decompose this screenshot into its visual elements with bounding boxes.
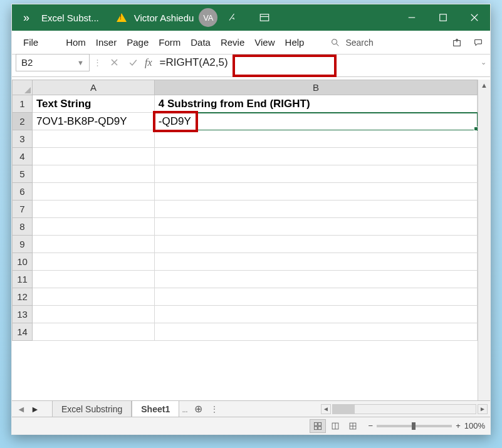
cell-A5[interactable] [32,165,154,183]
enter-formula-button[interactable] [123,54,142,71]
row-header-2[interactable]: 2 [13,113,33,130]
cell-B5[interactable] [154,165,477,183]
comments-button[interactable] [468,33,489,52]
svg-rect-11 [318,422,321,425]
cell-B9[interactable] [154,236,477,253]
row-header-13[interactable]: 13 [13,306,33,323]
tab-nav-next[interactable]: ► [28,404,42,414]
cell-B14[interactable] [154,323,477,341]
svg-rect-2 [440,14,447,21]
tell-me-search[interactable]: Search [327,38,377,48]
cell-A2[interactable]: 7OV1-BK8P-QD9Y [32,113,154,130]
horizontal-scrollbar[interactable]: ◄ ► [321,404,488,414]
cell-B10[interactable] [154,253,477,271]
zoom-out-button[interactable]: − [369,421,374,430]
cancel-formula-button[interactable] [105,54,123,71]
zoom-slider[interactable] [377,425,452,427]
cell-A13[interactable] [32,306,154,323]
cell-B11[interactable] [154,271,477,288]
cell-A4[interactable] [32,148,154,165]
zoom-control[interactable]: − + 100% [369,421,485,430]
row-header-3[interactable]: 3 [13,130,33,148]
row-header-7[interactable]: 7 [13,201,33,218]
cell-A1[interactable]: Text String [32,95,154,113]
zoom-level[interactable]: 100% [464,421,485,430]
view-normal-button[interactable] [310,419,326,433]
hscroll-left-icon[interactable]: ◄ [321,404,331,414]
row-header-4[interactable]: 4 [13,148,33,165]
menu-file[interactable]: File [18,31,43,54]
cell-A7[interactable] [32,201,154,218]
cell-B7[interactable] [154,201,477,218]
hscroll-thumb[interactable] [333,405,355,414]
cell-B8[interactable] [154,218,477,236]
row-header-10[interactable]: 10 [13,253,33,271]
cell-A14[interactable] [32,323,154,341]
row-header-11[interactable]: 11 [13,271,33,288]
coming-soon-icon[interactable] [217,4,249,31]
cell-A9[interactable] [32,236,154,253]
sheet-tab-sheet1[interactable]: Sheet1 [132,401,179,417]
quick-access-more[interactable]: » [18,11,35,24]
zoom-in-button[interactable]: + [456,421,461,430]
menu-view[interactable]: View [249,31,280,54]
new-sheet-button[interactable]: ⊕ [190,401,207,417]
menu-data[interactable]: Data [186,31,216,54]
cell-B13[interactable] [154,306,477,323]
share-button[interactable] [446,33,468,52]
ribbon-display-icon[interactable] [249,4,280,31]
formula-input[interactable]: =RIGHT(A2,5) [155,54,478,71]
col-header-B[interactable]: B [154,80,477,95]
sheet-table: A B 1 Text String 4 Substring from End (… [12,80,478,341]
name-box-dropdown-icon[interactable]: ▼ [77,59,84,66]
view-page-layout-button[interactable] [327,419,343,433]
close-button[interactable] [459,4,490,31]
row-header-1[interactable]: 1 [13,95,33,113]
menu-help[interactable]: Help [280,31,310,54]
formula-bar-grip[interactable]: ⋮ [93,58,101,67]
fx-icon[interactable]: fx [142,57,155,68]
menu-formulas[interactable]: Form [154,31,186,54]
minimize-button[interactable] [396,4,427,31]
cell-A12[interactable] [32,288,154,306]
row-header-12[interactable]: 12 [13,288,33,306]
cell-B12[interactable] [154,288,477,306]
cell-B1[interactable]: 4 Substring from End (RIGHT) [154,95,477,113]
search-icon [330,38,340,48]
grid[interactable]: A B 1 Text String 4 Substring from End (… [12,80,478,400]
formula-bar-expand-icon[interactable]: ⌄ [481,58,486,66]
menu-insert[interactable]: Inser [91,31,122,54]
cell-B6[interactable] [154,183,477,201]
zoom-knob[interactable] [412,422,416,430]
name-box[interactable]: B2 ▼ [16,54,90,71]
maximize-button[interactable] [427,4,459,31]
cell-B3[interactable] [154,130,477,148]
menu-page-layout[interactable]: Page [122,31,154,54]
tab-overflow[interactable]: ... [179,404,190,414]
row-header-14[interactable]: 14 [13,323,33,341]
user-avatar[interactable]: VA [199,8,217,27]
cell-B4[interactable] [154,148,477,165]
select-all-corner[interactable] [13,80,33,95]
menu-review[interactable]: Revie [216,31,249,54]
tab-nav-prev[interactable]: ◄ [14,404,28,414]
view-page-break-button[interactable] [345,419,361,433]
cell-A3[interactable] [32,130,154,148]
row-header-6[interactable]: 6 [13,183,33,201]
row-header-5[interactable]: 5 [13,165,33,183]
sheet-tab-excel-substring[interactable]: Excel Substring [52,401,132,417]
hscroll-right-icon[interactable]: ► [478,404,488,414]
cell-A10[interactable] [32,253,154,271]
cell-A6[interactable] [32,183,154,201]
cell-A11[interactable] [32,271,154,288]
cell-B2[interactable]: -QD9Y [154,113,477,130]
row-header-8[interactable]: 8 [13,218,33,236]
tab-menu[interactable]: ⋮ [207,404,221,414]
vertical-scrollbar[interactable]: ▲ [478,80,490,400]
row-header-9[interactable]: 9 [13,236,33,253]
autosave-warning-icon [117,13,127,22]
col-header-A[interactable]: A [32,80,154,95]
menu-home[interactable]: Hom [61,31,91,54]
scroll-up-icon[interactable]: ▲ [481,81,488,93]
cell-A8[interactable] [32,218,154,236]
